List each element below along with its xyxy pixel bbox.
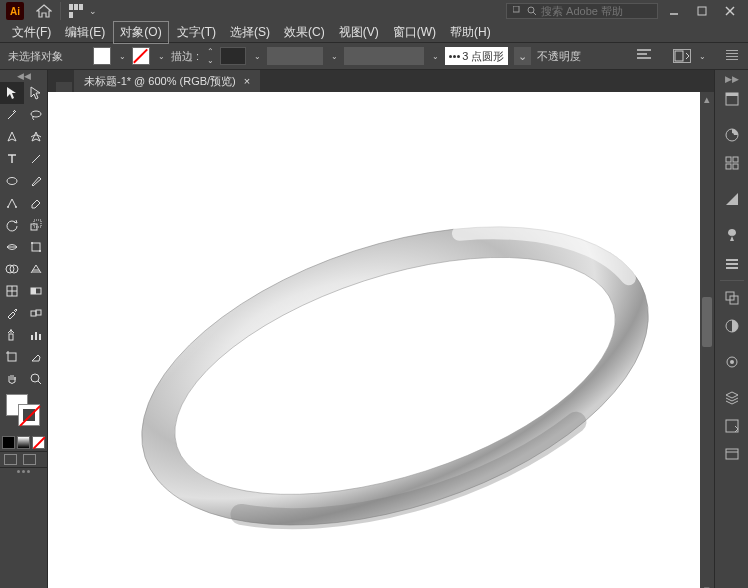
chevron-down-icon[interactable]: ⌄ — [89, 6, 97, 16]
collapse-toolbar-icon[interactable]: ◀◀ — [0, 70, 47, 82]
brushes-panel-icon[interactable] — [718, 250, 746, 276]
scroll-thumb[interactable] — [702, 297, 712, 347]
align-icon[interactable] — [637, 49, 653, 63]
scroll-up-icon[interactable]: ▴ — [700, 92, 714, 106]
stroke-swatch[interactable] — [132, 47, 150, 65]
libraries-panel-icon[interactable] — [718, 441, 746, 467]
color-panel-icon[interactable] — [718, 122, 746, 148]
appearance-panel-icon[interactable] — [718, 349, 746, 375]
svg-rect-58 — [726, 449, 738, 459]
chevron-down-icon[interactable]: ⌄ — [158, 52, 165, 61]
ellipse-tool[interactable] — [0, 170, 24, 192]
direct-selection-tool[interactable] — [24, 82, 48, 104]
chevron-down-icon[interactable]: ⌄ — [254, 52, 261, 61]
gradient-tool[interactable] — [24, 280, 48, 302]
document-tab[interactable]: 未标题-1* @ 600% (RGB/预览) × — [74, 70, 260, 92]
panel-menu-icon[interactable] — [726, 50, 740, 62]
vertical-scrollbar[interactable]: ▴ ▾ — [700, 92, 714, 588]
magic-wand-tool[interactable] — [0, 104, 24, 126]
color-mode-solid[interactable] — [2, 436, 15, 449]
shape-builder-tool[interactable] — [0, 258, 24, 280]
scroll-track[interactable] — [700, 106, 714, 583]
free-transform-tool[interactable] — [24, 236, 48, 258]
chevron-down-icon[interactable]: ⌄ — [432, 52, 439, 61]
minimize-button[interactable] — [662, 2, 686, 20]
fill-stroke-control[interactable] — [0, 390, 47, 434]
eraser-tool[interactable] — [24, 192, 48, 214]
color-mode-none[interactable] — [32, 436, 45, 449]
paintbrush-tool[interactable] — [24, 170, 48, 192]
canvas[interactable] — [48, 92, 700, 588]
svg-rect-7 — [675, 51, 683, 61]
shaper-tool[interactable] — [0, 192, 24, 214]
menu-object[interactable]: 对象(O) — [113, 21, 168, 44]
scroll-down-icon[interactable]: ▾ — [700, 583, 714, 588]
swatches-panel-icon[interactable] — [718, 150, 746, 176]
edit-toolbar-button[interactable] — [0, 467, 47, 475]
workspace-switcher-icon[interactable] — [69, 4, 85, 18]
width-profile-field[interactable]: 3 点圆形 — [445, 47, 508, 65]
zoom-tool[interactable] — [24, 368, 48, 390]
draw-normal[interactable] — [4, 454, 17, 465]
artboard-tool[interactable] — [0, 346, 24, 368]
menu-view[interactable]: 视图(V) — [333, 22, 385, 43]
hand-tool[interactable] — [0, 368, 24, 390]
type-tool[interactable] — [0, 148, 24, 170]
search-input[interactable] — [541, 5, 651, 17]
close-icon[interactable]: × — [244, 75, 250, 87]
close-button[interactable] — [718, 2, 742, 20]
menu-help[interactable]: 帮助(H) — [444, 22, 497, 43]
home-icon[interactable] — [36, 4, 52, 18]
rotate-tool[interactable] — [0, 214, 24, 236]
asset-export-panel-icon[interactable] — [718, 413, 746, 439]
scale-tool[interactable] — [24, 214, 48, 236]
symbols-panel-icon[interactable] — [718, 222, 746, 248]
menu-file[interactable]: 文件(F) — [6, 22, 57, 43]
chevron-down-icon[interactable]: ⌄ — [331, 52, 338, 61]
curvature-tool[interactable] — [24, 126, 48, 148]
pen-tool[interactable] — [0, 126, 24, 148]
maximize-button[interactable] — [690, 2, 714, 20]
search-box[interactable] — [506, 3, 658, 19]
column-graph-tool[interactable] — [24, 324, 48, 346]
chevron-down-icon[interactable]: ⌄ — [119, 52, 126, 61]
chevron-down-icon[interactable]: ⌄ — [699, 52, 706, 61]
color-mode-gradient[interactable] — [17, 436, 30, 449]
lasso-tool[interactable] — [24, 104, 48, 126]
mesh-tool[interactable] — [0, 280, 24, 302]
svg-rect-48 — [733, 164, 738, 169]
graphic-style-field[interactable] — [344, 47, 424, 65]
brush-definition-field[interactable] — [267, 47, 323, 65]
preferences-icon[interactable] — [673, 49, 691, 63]
workspace: ◀◀ — [0, 70, 748, 588]
layers-panel-icon[interactable] — [718, 385, 746, 411]
menu-window[interactable]: 窗口(W) — [387, 22, 442, 43]
menu-type[interactable]: 文字(T) — [171, 22, 222, 43]
stroke-weight-field[interactable] — [220, 47, 246, 65]
fill-swatch[interactable] — [93, 47, 111, 65]
draw-behind[interactable] — [23, 454, 36, 465]
properties-panel-icon[interactable] — [718, 86, 746, 112]
selection-status-label: 未选择对象 — [8, 49, 63, 64]
transparency-panel-icon[interactable] — [718, 313, 746, 339]
symbol-sprayer-tool[interactable] — [0, 324, 24, 346]
line-tool[interactable] — [24, 148, 48, 170]
menu-effect[interactable]: 效果(C) — [278, 22, 331, 43]
eyedropper-tool[interactable] — [0, 302, 24, 324]
perspective-grid-tool[interactable] — [24, 258, 48, 280]
menu-edit[interactable]: 编辑(E) — [59, 22, 111, 43]
opacity-label[interactable]: 不透明度 — [537, 49, 581, 64]
blend-tool[interactable] — [24, 302, 48, 324]
menu-select[interactable]: 选择(S) — [224, 22, 276, 43]
gradient-panel-icon[interactable] — [718, 186, 746, 212]
slice-tool[interactable] — [24, 346, 48, 368]
selection-tool[interactable] — [0, 82, 24, 104]
width-profile-dropdown[interactable]: ⌄ — [514, 47, 531, 65]
svg-line-9 — [32, 155, 40, 163]
stroke-color-box[interactable] — [18, 404, 40, 426]
svg-rect-49 — [726, 259, 738, 261]
expand-panels-icon[interactable]: ▶▶ — [715, 74, 748, 84]
width-tool[interactable] — [0, 236, 24, 258]
pathfinder-panel-icon[interactable] — [718, 285, 746, 311]
stroke-weight-stepper[interactable]: ⌃⌄ — [207, 47, 214, 65]
